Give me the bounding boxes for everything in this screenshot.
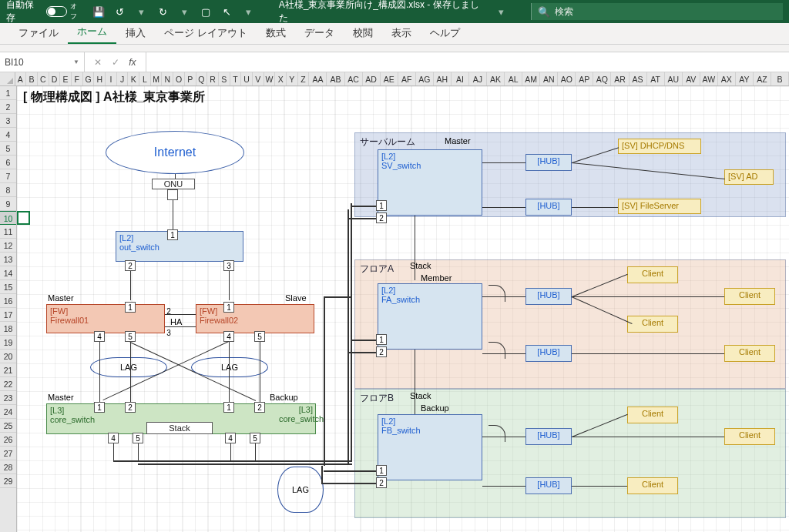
qat-dropdown-icon[interactable]: ▾ xyxy=(242,5,256,18)
col-S[interactable]: S xyxy=(219,72,230,85)
fx-icon[interactable]: fx xyxy=(129,57,136,68)
col-F[interactable]: F xyxy=(72,72,83,85)
row-18[interactable]: 18 xyxy=(0,322,16,336)
col-A[interactable]: A xyxy=(15,72,27,85)
col-P[interactable]: P xyxy=(185,72,196,85)
col-AG[interactable]: AG xyxy=(416,72,434,85)
col-AU[interactable]: AU xyxy=(665,72,683,85)
col-AA[interactable]: AA xyxy=(309,72,327,85)
row-4[interactable]: 4 xyxy=(0,128,16,142)
row-27[interactable]: 27 xyxy=(0,447,16,460)
row-21[interactable]: 21 xyxy=(0,363,16,377)
col-Q[interactable]: Q xyxy=(196,72,208,85)
tab-file[interactable]: ファイル xyxy=(9,22,68,44)
col-AO[interactable]: AO xyxy=(558,72,576,85)
col-AR[interactable]: AR xyxy=(611,72,629,85)
col-AC[interactable]: AC xyxy=(345,72,363,85)
row-7[interactable]: 7 xyxy=(0,169,16,183)
col-B[interactable]: B xyxy=(771,72,789,85)
col-AK[interactable]: AK xyxy=(487,72,505,85)
undo-icon[interactable]: ↺ xyxy=(113,5,127,18)
tab-help[interactable]: ヘルプ xyxy=(421,22,469,44)
row-10[interactable]: 10 xyxy=(0,211,16,225)
row-2[interactable]: 2 xyxy=(0,100,16,114)
cursor-icon[interactable]: ↖ xyxy=(220,5,234,18)
row-16[interactable]: 16 xyxy=(0,294,16,308)
row-22[interactable]: 22 xyxy=(0,377,16,391)
col-AZ[interactable]: AZ xyxy=(754,72,771,85)
redo-icon[interactable]: ↻ xyxy=(156,5,170,18)
row-20[interactable]: 20 xyxy=(0,350,16,363)
filename-dropdown-icon[interactable]: ▾ xyxy=(494,5,508,18)
tab-review[interactable]: 校閲 xyxy=(344,22,382,44)
tab-data[interactable]: データ xyxy=(295,22,344,44)
col-C[interactable]: C xyxy=(38,72,49,85)
tab-pagelayout[interactable]: ページ レイアウト xyxy=(155,22,257,44)
search-box[interactable]: 🔍 検索 xyxy=(531,3,783,20)
col-Y[interactable]: Y xyxy=(287,72,298,85)
col-AN[interactable]: AN xyxy=(540,72,558,85)
col-X[interactable]: X xyxy=(275,72,287,85)
col-E[interactable]: E xyxy=(60,72,72,85)
col-H[interactable]: H xyxy=(94,72,106,85)
row-9[interactable]: 9 xyxy=(0,197,16,211)
row-17[interactable]: 17 xyxy=(0,308,16,322)
tab-formulas[interactable]: 数式 xyxy=(257,22,295,44)
col-AH[interactable]: AH xyxy=(434,72,452,85)
redo-dropdown-icon[interactable]: ▾ xyxy=(177,5,191,18)
col-AS[interactable]: AS xyxy=(630,72,647,85)
row-11[interactable]: 11 xyxy=(0,225,16,239)
row-23[interactable]: 23 xyxy=(0,391,16,405)
worksheet[interactable]: 1234567891011121314151617181920212223242… xyxy=(0,86,789,532)
row-8[interactable]: 8 xyxy=(0,183,16,197)
col-G[interactable]: G xyxy=(83,72,95,85)
col-L[interactable]: L xyxy=(139,72,151,85)
col-AB[interactable]: AB xyxy=(327,72,344,85)
name-box[interactable]: BI10 ▼ xyxy=(0,52,85,72)
col-AQ[interactable]: AQ xyxy=(593,72,611,85)
col-D[interactable]: D xyxy=(49,72,61,85)
row-29[interactable]: 29 xyxy=(0,474,16,488)
col-AM[interactable]: AM xyxy=(522,72,540,85)
col-AP[interactable]: AP xyxy=(576,72,593,85)
tab-view[interactable]: 表示 xyxy=(382,22,421,44)
row-25[interactable]: 25 xyxy=(0,419,16,433)
col-AE[interactable]: AE xyxy=(381,72,398,85)
row-15[interactable]: 15 xyxy=(0,280,16,294)
enter-icon[interactable]: ✓ xyxy=(112,57,119,68)
col-AI[interactable]: AI xyxy=(452,72,469,85)
col-N[interactable]: N xyxy=(162,72,173,85)
row-3[interactable]: 3 xyxy=(0,114,16,128)
row-5[interactable]: 5 xyxy=(0,142,16,156)
col-AL[interactable]: AL xyxy=(505,72,522,85)
save-icon[interactable]: 💾 xyxy=(92,5,106,18)
col-W[interactable]: W xyxy=(264,72,276,85)
col-AF[interactable]: AF xyxy=(398,72,416,85)
col-J[interactable]: J xyxy=(117,72,129,85)
tab-home[interactable]: ホーム xyxy=(68,20,116,44)
undo-dropdown-icon[interactable]: ▾ xyxy=(135,5,149,18)
col-AT[interactable]: AT xyxy=(647,72,665,85)
col-Z[interactable]: Z xyxy=(298,72,310,85)
crop-icon[interactable]: ▢ xyxy=(199,5,213,18)
col-AV[interactable]: AV xyxy=(683,72,700,85)
select-all[interactable] xyxy=(0,72,15,85)
row-1[interactable]: 1 xyxy=(0,86,16,100)
col-AX[interactable]: AX xyxy=(718,72,736,85)
row-14[interactable]: 14 xyxy=(0,266,16,280)
col-AJ[interactable]: AJ xyxy=(469,72,487,85)
row-24[interactable]: 24 xyxy=(0,405,16,419)
col-R[interactable]: R xyxy=(207,72,219,85)
col-T[interactable]: T xyxy=(230,72,242,85)
col-AW[interactable]: AW xyxy=(700,72,718,85)
col-V[interactable]: V xyxy=(253,72,264,85)
row-19[interactable]: 19 xyxy=(0,336,16,350)
cancel-icon[interactable]: ✕ xyxy=(94,57,102,68)
col-K[interactable]: K xyxy=(128,72,139,85)
col-I[interactable]: I xyxy=(106,72,117,85)
col-O[interactable]: O xyxy=(173,72,185,85)
row-12[interactable]: 12 xyxy=(0,239,16,253)
col-U[interactable]: U xyxy=(241,72,253,85)
col-M[interactable]: M xyxy=(151,72,163,85)
row-6[interactable]: 6 xyxy=(0,156,16,169)
